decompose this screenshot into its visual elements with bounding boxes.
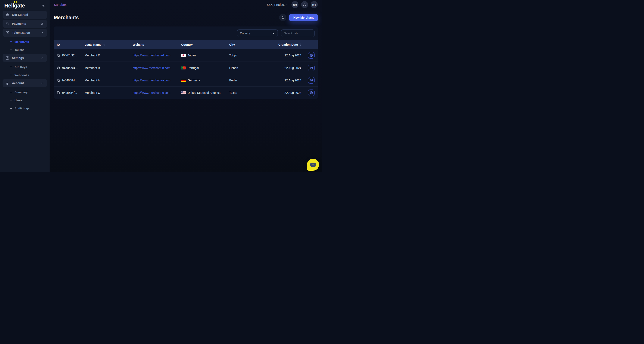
column-header-legal-name[interactable]: Legal Name	[84, 43, 133, 46]
table-header: ID Legal Name Website Country City Creat…	[54, 40, 318, 49]
home-icon	[5, 13, 10, 17]
edit-pencil-icon	[310, 54, 313, 57]
column-header-website: Website	[133, 43, 181, 46]
sidebar-item-tokenization[interactable]: Tokenization	[2, 29, 47, 37]
merchant-city: Tokyo	[229, 54, 277, 57]
merchant-website-link[interactable]: https://www.merchant-a.com	[133, 79, 170, 82]
sidebar-item-label: API Keys	[14, 66, 27, 68]
merchant-id: 94adadc4...	[62, 66, 78, 70]
merchant-creation-date: 22 Aug 2024	[277, 79, 304, 82]
sidebar-item-label: Tokenization	[12, 31, 30, 34]
chevrons-left-icon	[42, 4, 45, 8]
edit-pencil-icon	[310, 79, 313, 82]
sort-icon[interactable]	[300, 43, 301, 46]
table-row: fa04608d... Merchant A https://www.merch…	[54, 74, 318, 86]
lock-icon	[40, 22, 44, 26]
merchant-country: Germany	[188, 79, 200, 82]
chevron-up-icon	[40, 82, 44, 85]
merchant-country: Portugal	[188, 66, 199, 70]
merchant-city: Berlin	[229, 79, 277, 82]
wallet-icon	[5, 22, 10, 26]
merchant-id: fa04608d...	[62, 79, 77, 82]
hellgate-logo: Hellgate	[4, 2, 25, 9]
merchant-creation-date: 22 Aug 2024	[277, 54, 304, 57]
sidebar-item-label: Get Started	[12, 13, 28, 16]
chevron-up-icon	[40, 31, 44, 34]
edit-merchant-button[interactable]	[308, 52, 314, 58]
chat-bubble-icon	[310, 162, 316, 167]
user-icon	[5, 81, 10, 85]
sidebar-item-label: Payments	[12, 22, 26, 26]
sidebar-item-label: Users	[14, 99, 23, 102]
edit-merchant-button[interactable]	[308, 65, 314, 71]
portugal-flag-icon	[181, 66, 186, 70]
dash-icon	[10, 75, 12, 75]
sidebar-item-api-keys[interactable]: API Keys	[2, 63, 47, 71]
sidebar-item-audit-logs[interactable]: Audit Logs	[2, 104, 47, 112]
copy-icon[interactable]	[57, 66, 60, 70]
code-square-icon	[5, 56, 10, 60]
chat-widget-button[interactable]	[307, 159, 319, 171]
edit-merchant-button[interactable]	[308, 90, 314, 96]
sidebar-item-users[interactable]: Users	[2, 96, 47, 104]
copy-icon[interactable]	[57, 54, 60, 57]
sidebar: Hellgate Get Started Payments	[0, 0, 50, 172]
merchant-legal-name: Merchant C	[84, 91, 133, 94]
sidebar-item-summary[interactable]: Summary	[2, 88, 47, 96]
logo-text: Hell	[4, 2, 14, 9]
merchant-city: Texas	[229, 91, 277, 94]
sort-icon[interactable]	[103, 43, 105, 46]
new-merchant-button[interactable]: New Merchant	[289, 14, 318, 21]
sidebar-item-payments[interactable]: Payments	[2, 20, 47, 28]
merchant-website-link[interactable]: https://www.merchant-d.com	[133, 54, 170, 57]
edit-pencil-icon	[310, 66, 313, 70]
merchant-country: Japan	[188, 54, 196, 57]
merchant-city: Lisbon	[229, 66, 277, 70]
dash-icon	[10, 92, 12, 92]
merchant-creation-date: 22 Aug 2024	[277, 91, 304, 94]
sidebar-item-label: Webhooks	[14, 74, 29, 77]
merchant-website-link[interactable]: https://www.merchant-c.com	[133, 91, 170, 94]
theme-toggle-button[interactable]	[301, 1, 308, 8]
chevron-down-icon	[286, 3, 289, 6]
merchant-id: 04bc584f...	[62, 91, 77, 94]
sidebar-item-account[interactable]: Account	[2, 79, 47, 87]
merchant-website-link[interactable]: https://www.merchant-b.com	[133, 66, 170, 70]
merchant-legal-name: Merchant D	[84, 54, 133, 57]
avatar[interactable]: MS	[311, 1, 318, 8]
breadcrumb[interactable]: Sandbox	[54, 3, 66, 6]
germany-flag-icon	[181, 79, 186, 82]
copy-icon[interactable]	[57, 79, 60, 82]
sidebar-item-settings[interactable]: Settings	[2, 54, 47, 62]
language-button[interactable]: EN	[292, 1, 298, 8]
sidebar-item-tokens[interactable]: Tokens	[2, 46, 47, 54]
sidebar-item-get-started[interactable]: Get Started	[2, 11, 47, 19]
key-square-icon	[5, 31, 10, 35]
product-selector[interactable]: SBX_Product	[267, 3, 289, 6]
table-row: 04bc584f... Merchant C https://www.merch…	[54, 86, 318, 99]
copy-icon[interactable]	[57, 91, 60, 94]
filter-row: Country	[54, 26, 318, 40]
sidebar-nav: Get Started Payments Tokenization	[2, 10, 47, 112]
collapse-sidebar-button[interactable]	[40, 3, 46, 8]
refresh-button[interactable]	[279, 14, 286, 21]
table-row: 94adadc4... Merchant B https://www.merch…	[54, 62, 318, 74]
sidebar-item-label: Summary	[14, 90, 28, 94]
merchant-legal-name: Merchant A	[84, 79, 133, 82]
column-header-country: Country	[181, 43, 229, 46]
app-root: Hellgate Get Started Payments	[0, 0, 322, 172]
date-filter-input[interactable]	[281, 30, 314, 37]
country-filter-select[interactable]: Country	[237, 30, 278, 37]
edit-merchant-button[interactable]	[308, 77, 314, 84]
column-header-creation-date[interactable]: Creation Date	[277, 43, 304, 46]
moon-icon	[303, 3, 306, 6]
dash-icon	[10, 42, 12, 42]
column-header-city: City	[229, 43, 277, 46]
dash-icon	[10, 67, 12, 67]
sidebar-item-label: Account	[12, 82, 24, 85]
sidebar-item-webhooks[interactable]: Webhooks	[2, 71, 47, 79]
product-selector-label: SBX_Product	[267, 3, 284, 6]
sidebar-item-merchants[interactable]: Merchants	[2, 38, 47, 46]
merchant-creation-date: 22 Aug 2024	[277, 66, 304, 70]
dash-icon	[10, 50, 12, 50]
